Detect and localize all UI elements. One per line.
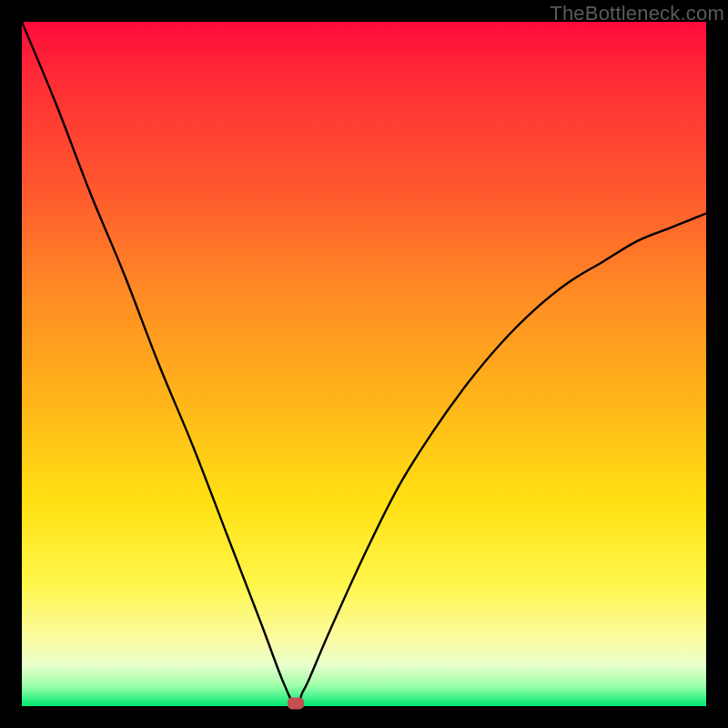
bottleneck-curve xyxy=(22,22,706,706)
optimal-point-marker xyxy=(288,698,304,710)
watermark-text: TheBottleneck.com xyxy=(550,2,724,25)
